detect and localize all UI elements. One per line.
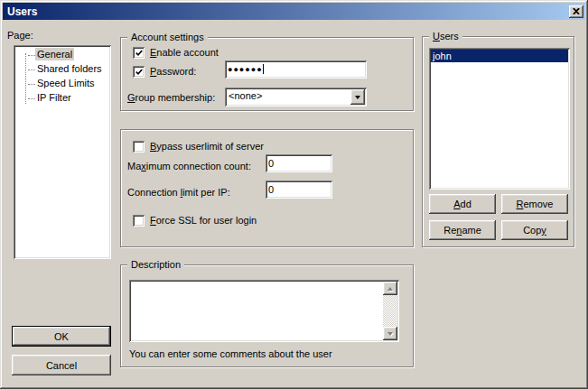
tree-item-shared-folders[interactable]: Shared folders <box>15 62 109 77</box>
tree-item-speed-limits[interactable]: Speed Limits <box>15 77 109 91</box>
bypass-userlimit-label: Bypass userlimit of server <box>150 141 264 153</box>
text-caret <box>263 64 264 74</box>
account-settings-group: Account settings Enable account Password… <box>120 37 414 111</box>
add-button[interactable]: Add <box>429 194 496 214</box>
check-icon <box>135 50 143 57</box>
tree-item-label: Shared folders <box>35 62 104 75</box>
tree-item-label: Speed Limits <box>35 77 97 89</box>
scroll-up-button[interactable] <box>383 282 397 295</box>
add-button-label: Add <box>453 199 471 209</box>
ok-button[interactable]: OK <box>12 326 111 347</box>
page-label: Page: <box>7 30 33 42</box>
cancel-button-label: Cancel <box>46 360 77 371</box>
enable-account-checkbox[interactable] <box>133 47 145 59</box>
check-icon <box>135 69 143 76</box>
remove-button-label: Remove <box>517 199 554 209</box>
group-membership-label: Group membership: <box>127 92 215 104</box>
group-membership-select[interactable]: <none> <box>225 88 367 107</box>
description-group: Description You can enter some comments … <box>120 264 414 367</box>
connection-limits-group: Bypass userlimit of server Maximum conne… <box>120 129 414 247</box>
max-connection-count-value: 0 <box>268 158 274 169</box>
enable-account-label: Enable account <box>150 47 219 59</box>
group-membership-value: <none> <box>225 88 349 107</box>
force-ssl-label: Force SSL for user login <box>150 215 257 227</box>
max-connection-count-input[interactable]: 0 <box>266 154 332 172</box>
dropdown-button[interactable] <box>350 89 365 105</box>
tree-item-label: General <box>35 48 74 60</box>
users-group: Users john Add Remove Rename Copy <box>422 36 574 247</box>
password-value: ●●●●●● <box>228 65 263 74</box>
users-dialog: { "window": { "title": "Users" }, "color… <box>0 0 588 389</box>
connection-limit-per-ip-input[interactable]: 0 <box>266 181 332 199</box>
users-group-title: Users <box>429 31 462 42</box>
description-hint: You can enter some comments about the us… <box>129 348 332 360</box>
ok-button-label: OK <box>54 331 69 342</box>
password-checkbox[interactable] <box>133 66 145 78</box>
arrow-up-icon <box>387 287 393 291</box>
titlebar[interactable]: Users <box>3 3 585 20</box>
chevron-down-icon <box>355 96 360 99</box>
tree-item-general[interactable]: General <box>15 48 109 62</box>
copy-button-label: Copy <box>523 225 546 236</box>
rename-button[interactable]: Rename <box>429 220 496 240</box>
close-icon <box>573 8 580 14</box>
remove-button[interactable]: Remove <box>501 194 568 214</box>
cancel-button[interactable]: Cancel <box>12 355 111 375</box>
account-settings-group-title: Account settings <box>127 32 208 43</box>
user-name: john <box>433 51 452 61</box>
tree-item-label: IP Filter <box>35 91 73 104</box>
page-tree[interactable]: General Shared folders Speed Limits IP F… <box>14 45 111 259</box>
bypass-userlimit-checkbox[interactable] <box>133 141 145 153</box>
close-button[interactable] <box>569 5 583 18</box>
description-textarea[interactable] <box>129 280 399 342</box>
connection-limit-per-ip-label: Connection limit per IP: <box>127 187 230 199</box>
list-item[interactable]: john <box>431 50 568 62</box>
rename-button-label: Rename <box>443 225 481 236</box>
force-ssl-checkbox[interactable] <box>133 215 145 227</box>
tree-item-ip-filter[interactable]: IP Filter <box>15 91 109 106</box>
copy-button[interactable]: Copy <box>501 220 568 240</box>
description-scrollbar[interactable] <box>383 282 397 340</box>
password-label: Password: <box>150 66 196 78</box>
password-input[interactable]: ●●●●●● <box>225 60 367 79</box>
max-connection-count-label: Maximum connection count: <box>127 161 251 172</box>
scroll-down-button[interactable] <box>383 327 397 340</box>
connection-limit-per-ip-value: 0 <box>268 184 274 195</box>
arrow-down-icon <box>387 332 393 336</box>
users-listbox[interactable]: john <box>429 48 570 190</box>
description-group-title: Description <box>127 259 184 271</box>
window-title: Users <box>7 5 569 18</box>
